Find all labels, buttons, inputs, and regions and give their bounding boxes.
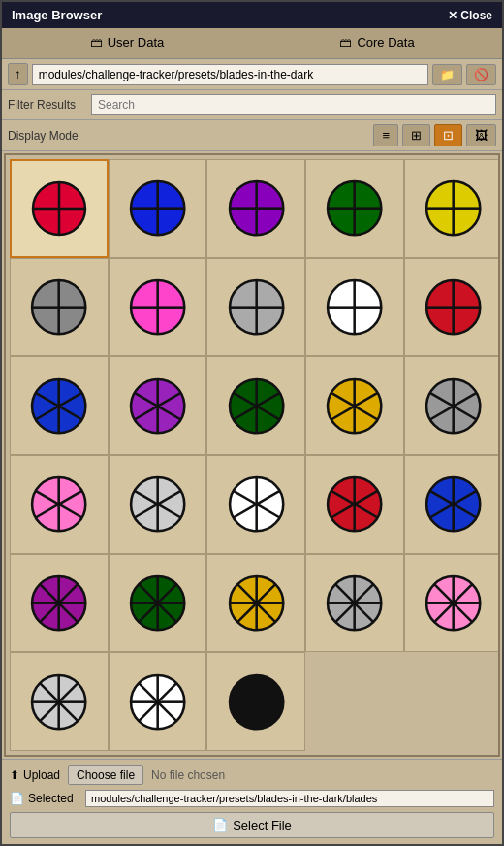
grid-cell[interactable] xyxy=(305,554,404,653)
tab-user-data-label: User Data xyxy=(108,35,165,49)
core-data-icon: 🗃 xyxy=(339,35,352,49)
grid-cell[interactable] xyxy=(10,159,109,258)
grid-cell[interactable] xyxy=(10,652,109,751)
display-bar: Display Mode ≡ ⊞ ⊡ 🖼 xyxy=(2,120,502,151)
choose-file-button[interactable]: Choose file xyxy=(68,765,143,785)
display-grid-large-button[interactable]: ⊡ xyxy=(434,124,462,146)
tab-core-data[interactable]: 🗃 Core Data xyxy=(252,28,502,58)
filter-bar: Filter Results xyxy=(2,90,502,120)
grid-cell[interactable] xyxy=(109,356,207,455)
grid-cell[interactable] xyxy=(10,554,109,653)
no-file-chosen-label: No file chosen xyxy=(151,768,225,782)
image-browser-window: Image Browser ✕ Close 🗃 User Data 🗃 Core… xyxy=(0,0,504,846)
data-tabs: 🗃 User Data 🗃 Core Data xyxy=(2,28,502,59)
grid-cell[interactable] xyxy=(109,554,207,653)
grid-cell[interactable] xyxy=(305,258,404,357)
grid-cell[interactable] xyxy=(404,455,500,554)
grid-cell[interactable] xyxy=(109,258,207,357)
selected-row: 📄 Selected modules/challenge-tracker/pre… xyxy=(10,790,494,807)
select-file-label: Select File xyxy=(233,818,292,832)
grid-cell[interactable] xyxy=(206,455,305,554)
display-grid-small-button[interactable]: ⊞ xyxy=(402,124,430,146)
display-mode-label: Display Mode xyxy=(8,129,369,143)
display-image-button[interactable]: 🖼 xyxy=(466,124,496,146)
display-list-button[interactable]: ≡ xyxy=(373,124,398,146)
grid-cell[interactable] xyxy=(305,356,404,455)
tab-user-data[interactable]: 🗃 User Data xyxy=(2,28,252,58)
grid-cell[interactable] xyxy=(404,159,500,258)
path-input[interactable] xyxy=(32,64,428,85)
grid-cell[interactable] xyxy=(109,652,207,751)
user-data-icon: 🗃 xyxy=(90,35,103,49)
grid-cell[interactable] xyxy=(206,159,305,258)
image-grid xyxy=(4,153,500,757)
filter-label: Filter Results xyxy=(8,98,85,112)
upload-row: ⬆ Upload Choose file No file chosen xyxy=(10,765,494,785)
grid-cell[interactable] xyxy=(404,356,500,455)
grid-cell[interactable] xyxy=(10,455,109,554)
grid-cell[interactable] xyxy=(206,356,305,455)
upload-label: ⬆ Upload xyxy=(10,768,60,782)
selected-path: modules/challenge-tracker/presets/blades… xyxy=(85,790,494,807)
close-button[interactable]: ✕ Close xyxy=(448,9,492,22)
selected-icon: 📄 xyxy=(10,792,24,805)
grid-cell[interactable] xyxy=(206,258,305,357)
window-title: Image Browser xyxy=(12,8,102,22)
svg-point-183 xyxy=(230,675,283,729)
privacy-button[interactable]: 🚫 xyxy=(466,64,496,85)
grid-cell[interactable] xyxy=(404,258,500,357)
titlebar: Image Browser ✕ Close xyxy=(2,2,502,28)
bottom-bar: ⬆ Upload Choose file No file chosen 📄 Se… xyxy=(2,759,502,844)
grid-cell[interactable] xyxy=(10,258,109,357)
grid-cell[interactable] xyxy=(206,652,305,751)
selected-label: 📄 Selected xyxy=(10,792,78,805)
grid-cell[interactable] xyxy=(109,159,207,258)
select-file-icon: 📄 xyxy=(212,818,228,832)
new-folder-button[interactable]: 📁 xyxy=(432,64,462,85)
path-up-button[interactable]: ↑ xyxy=(8,63,28,85)
path-bar: ↑ 📁 🚫 xyxy=(2,59,502,90)
upload-icon: ⬆ xyxy=(10,768,19,782)
search-input[interactable] xyxy=(91,94,496,115)
select-file-button[interactable]: 📄 Select File xyxy=(10,812,494,838)
grid-cell[interactable] xyxy=(305,159,404,258)
grid-cell[interactable] xyxy=(10,356,109,455)
grid-cell[interactable] xyxy=(404,554,500,653)
grid-cell[interactable] xyxy=(206,554,305,653)
tab-core-data-label: Core Data xyxy=(357,35,414,49)
grid-cell[interactable] xyxy=(305,455,404,554)
grid-cell[interactable] xyxy=(109,455,207,554)
